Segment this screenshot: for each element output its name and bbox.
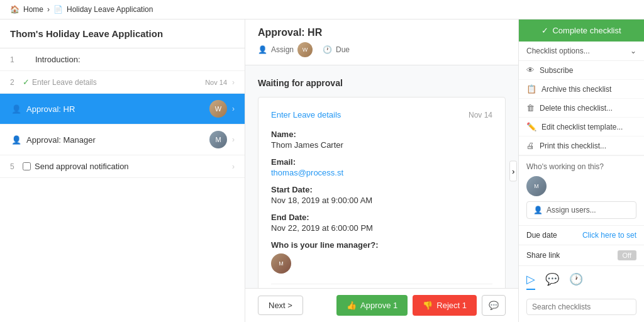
- item-num-2: 2: [10, 78, 23, 87]
- reject-main-button[interactable]: 👎 Reject 1: [413, 295, 477, 316]
- working-avatar: M: [526, 176, 547, 196]
- next-button[interactable]: Next >: [258, 296, 303, 315]
- due-date-label: Due date: [526, 231, 557, 240]
- breadcrumb-home[interactable]: Home: [23, 5, 43, 14]
- field-value-email[interactable]: thomas@process.st: [271, 168, 492, 177]
- breadcrumb-bar: 🏠 Home › 📄 Holiday Leave Application: [0, 0, 644, 19]
- reject-main-label: Reject 1: [436, 301, 467, 310]
- checklist-options-dropdown[interactable]: Checklist options... ⌄: [519, 42, 644, 61]
- assign-meta[interactable]: 👤 Assign W: [258, 42, 313, 57]
- assign-users-label: Assign users...: [547, 206, 596, 214]
- tab-comment[interactable]: 💬: [545, 270, 559, 290]
- field-label-start: Start Date:: [271, 185, 492, 194]
- field-value-name: Thom James Carter: [271, 140, 492, 150]
- due-meta[interactable]: 🕐 Due: [323, 45, 350, 54]
- due-date-row: Due date Click here to set: [519, 225, 644, 245]
- item-label-introduction: Introduction:: [35, 55, 235, 64]
- subscribe-item[interactable]: 👁 Subscribe: [519, 61, 644, 80]
- field-label-end: End Date:: [271, 213, 492, 222]
- print-item[interactable]: 🖨 Print this checklist...: [519, 136, 644, 155]
- content-area: Approval: HR 👤 Assign W 🕐 Due: [245, 19, 518, 322]
- share-link-row: Share link Off: [519, 245, 644, 265]
- field-value-end: Nov 22, 2019 at 6:00:00 PM: [271, 223, 492, 233]
- approve-main-button[interactable]: 👍 Approve 1: [336, 295, 408, 316]
- field-end-date: End Date: Nov 22, 2019 at 6:00:00 PM: [271, 213, 492, 233]
- approve-main-label: Approve 1: [360, 301, 397, 310]
- chevron-right-3: ›: [232, 104, 235, 113]
- item-num-1: 1: [10, 55, 23, 64]
- subscribe-label: Subscribe: [540, 66, 573, 75]
- person-icon: 👤: [533, 206, 543, 214]
- chevron-right-2: ›: [232, 78, 235, 87]
- chevron-down-icon: ⌄: [630, 47, 636, 55]
- sidebar-item-1[interactable]: 1 Introduction:: [0, 48, 245, 71]
- archive-item[interactable]: 📋 Archive this checklist: [519, 80, 644, 99]
- tab-history[interactable]: 🕐: [569, 270, 583, 290]
- card-link-text: Enter Leave details: [271, 110, 341, 119]
- assign-users-button[interactable]: 👤 Assign users...: [526, 201, 636, 219]
- manager-avatar: M: [271, 253, 291, 274]
- field-start-date: Start Date: Nov 18, 2019 at 9:00:00 AM: [271, 185, 492, 205]
- sidebar-title: Thom's Holiday Leave Application: [0, 19, 245, 48]
- content-header: Approval: HR 👤 Assign W 🕐 Due: [245, 19, 518, 65]
- breadcrumb-page: Holiday Leave Application: [67, 5, 153, 14]
- item-label-2: Enter Leave details: [32, 78, 119, 87]
- delete-label: Delete this checklist...: [540, 104, 613, 113]
- check-icon-2: ✓: [23, 77, 30, 87]
- home-icon: 🏠: [10, 5, 19, 14]
- archive-icon: 📋: [526, 84, 536, 94]
- complete-checklist-button[interactable]: ✓ Complete checklist: [519, 19, 644, 42]
- item-date-2: Nov 14: [205, 79, 227, 86]
- chevron-right-5: ›: [232, 162, 235, 171]
- panel-tabs: ▷ 💬 🕐: [519, 265, 644, 294]
- sidebar: Thom's Holiday Leave Application 1 Intro…: [0, 19, 245, 322]
- breadcrumb-icon: 📄: [53, 5, 63, 14]
- content-footer: Next > 👍 Approve 1 👎 Reject 1 💬: [245, 288, 518, 322]
- panel-toggle-button[interactable]: ›: [509, 160, 517, 181]
- checkmark-icon: ✓: [541, 26, 548, 35]
- click-here-link[interactable]: Click here to set: [582, 231, 636, 240]
- card-link[interactable]: Enter Leave details Nov 14: [271, 110, 492, 119]
- search-checklists-input[interactable]: [526, 299, 636, 315]
- share-link-status[interactable]: Off: [618, 250, 636, 260]
- content-meta: 👤 Assign W 🕐 Due: [258, 42, 350, 57]
- sidebar-item-4[interactable]: 👤 Approval: Manager M ›: [0, 125, 245, 155]
- footer-actions: 👍 Approve 1 👎 Reject 1 💬: [336, 295, 506, 316]
- assign-avatar: W: [297, 42, 313, 57]
- edit-label: Edit checklist template...: [541, 123, 623, 131]
- item-checkbox-5[interactable]: [23, 162, 31, 170]
- item-label-5: Send approval notification: [35, 162, 133, 171]
- trash-icon: 🗑: [526, 103, 535, 113]
- sidebar-item-5[interactable]: 5 Send approval notification ›: [0, 155, 245, 178]
- field-name: Name: Thom James Carter: [271, 130, 492, 150]
- share-link-label: Share link: [526, 251, 560, 260]
- complete-checklist-label: Complete checklist: [552, 26, 621, 35]
- edit-item[interactable]: ✏️ Edit checklist template...: [519, 118, 644, 136]
- due-label: Due: [336, 45, 350, 54]
- item-avatar-3: W: [209, 100, 227, 118]
- item-icon-4: 👤: [10, 135, 23, 145]
- print-label: Print this checklist...: [540, 142, 606, 150]
- assign-label: Assign: [271, 45, 294, 54]
- approval-card: Enter Leave details Nov 14 Name: Thom Ja…: [258, 97, 506, 288]
- content-title: Approval: HR: [258, 27, 350, 38]
- card-link-date: Nov 14: [469, 111, 492, 119]
- delete-item[interactable]: 🗑 Delete this checklist...: [519, 99, 644, 118]
- chevron-right-4: ›: [232, 135, 235, 144]
- sidebar-item-2[interactable]: 2 ✓ Enter Leave details Nov 14 ›: [0, 71, 245, 94]
- thumbs-down-icon: 👎: [423, 301, 433, 310]
- sidebar-item-3[interactable]: 👤 Approval: HR W ›: [0, 94, 245, 125]
- comment-main-button[interactable]: 💬: [482, 295, 506, 316]
- content-body: Waiting for approval Enter Leave details…: [245, 65, 518, 288]
- item-num-5: 5: [10, 162, 23, 171]
- tab-play[interactable]: ▷: [526, 270, 535, 290]
- eye-icon: 👁: [526, 65, 535, 75]
- right-panel: ✓ Complete checklist Checklist options..…: [518, 19, 644, 322]
- field-label-name: Name:: [271, 130, 492, 139]
- print-icon: 🖨: [526, 141, 535, 150]
- checklist-options-label: Checklist options...: [526, 47, 590, 55]
- item-label-3: Approval: HR: [26, 104, 118, 114]
- archive-label: Archive this checklist: [541, 85, 611, 94]
- waiting-badge: Waiting for approval: [258, 78, 506, 88]
- field-email: Email: thomas@process.st: [271, 157, 492, 177]
